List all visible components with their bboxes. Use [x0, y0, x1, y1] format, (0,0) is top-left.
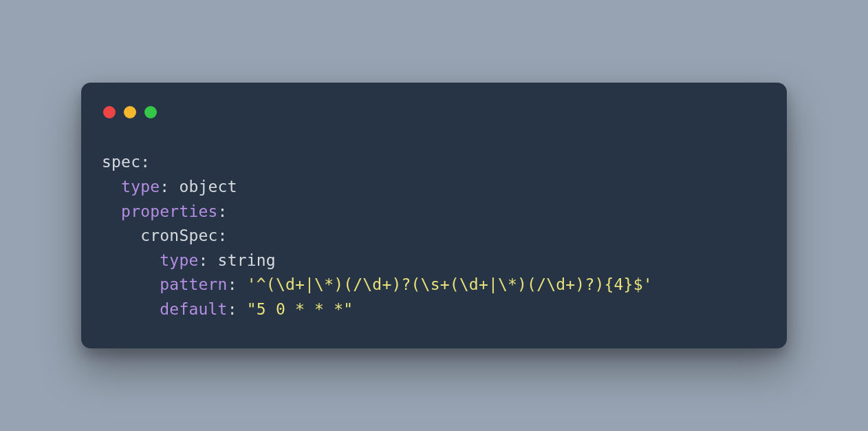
indent — [102, 275, 160, 293]
line-1: spec: — [102, 153, 150, 171]
key-default: default — [160, 300, 227, 318]
line-6: pattern: '^(\d+|\*)(/\d+)?(\s+(\d+|\*)(/… — [102, 275, 653, 293]
colon: : — [228, 275, 247, 293]
value-pattern: '^(\d+|\*)(/\d+)?(\s+(\d+|\*)(/\d+)?){4}… — [247, 275, 653, 293]
key-pattern: pattern — [160, 275, 227, 293]
colon: : — [218, 202, 228, 220]
colon: : — [140, 153, 150, 171]
code-window: spec: type: object properties: cronSpec:… — [81, 83, 787, 348]
line-3: properties: — [102, 202, 228, 220]
indent — [102, 227, 140, 244]
colon: : — [218, 227, 228, 244]
value-string: string — [218, 251, 276, 269]
minimize-icon[interactable] — [124, 106, 136, 118]
line-4: cronSpec: — [102, 227, 228, 244]
line-7: default: "5 0 * * *" — [102, 300, 353, 318]
key-spec: spec — [102, 153, 140, 171]
value-default: "5 0 * * *" — [247, 300, 354, 318]
indent — [102, 251, 160, 269]
key-cronspec: cronSpec — [140, 227, 217, 244]
indent — [102, 300, 160, 318]
key-properties: properties — [121, 202, 217, 220]
key-type: type — [160, 251, 198, 269]
indent — [102, 178, 121, 196]
indent — [102, 202, 121, 220]
value-object: object — [179, 178, 237, 196]
zoom-icon[interactable] — [144, 106, 157, 118]
line-2: type: object — [102, 178, 237, 196]
code-block: spec: type: object properties: cronSpec:… — [102, 150, 766, 322]
window-titlebar — [102, 102, 766, 118]
line-5: type: string — [102, 251, 276, 269]
colon: : — [199, 251, 218, 269]
colon: : — [160, 178, 179, 196]
close-icon[interactable] — [103, 106, 116, 118]
colon: : — [228, 300, 247, 318]
key-type: type — [121, 178, 160, 196]
